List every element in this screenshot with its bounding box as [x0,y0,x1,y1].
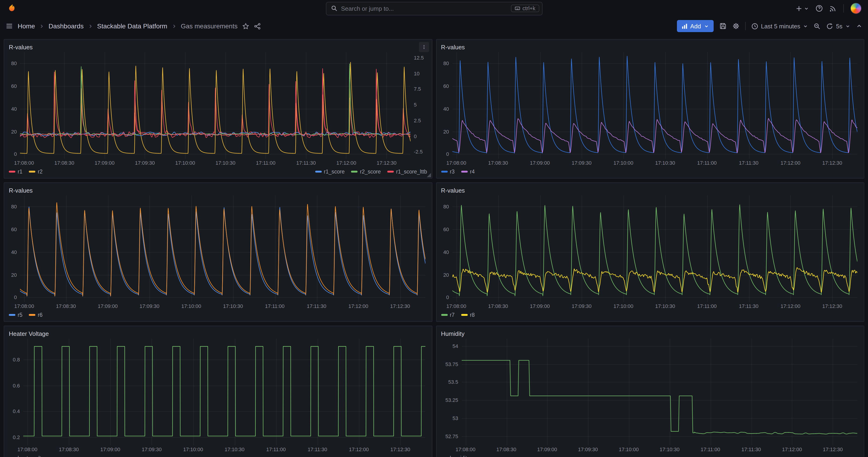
y-tick-label: 0 [446,151,449,157]
breadcrumb-dashboard-title[interactable]: Gas measurements [181,22,238,30]
x-tick-label: 17:08:00 [18,447,37,452]
chevron-right-icon [172,24,177,29]
panel-menu-button[interactable] [418,42,429,52]
add-button[interactable]: Add [677,20,713,32]
chevron-down-icon [704,24,709,29]
x-tick-label: 17:11:30 [296,160,316,165]
panel-humidity-5: Humidity 52.755353.2553.553.7554 17:08:0… [436,326,864,457]
legend-item-r1_score_lttb[interactable]: r1_score_lttb [387,169,427,175]
chart-canvas[interactable] [20,195,425,302]
search-input[interactable]: Search or jump to... ctrl+k [326,2,542,15]
legend-item-r3[interactable]: r3 [441,169,455,175]
x-tick-label: 17:12:00 [336,160,356,165]
save-dashboard-icon[interactable] [719,22,726,30]
chart-canvas[interactable] [20,52,410,159]
legend-color-marker [351,171,358,173]
legend-color-marker [441,171,447,173]
x-tick-label: 17:10:00 [619,447,639,452]
x-tick-label: 17:08:30 [56,303,76,309]
legend-item-humidity[interactable]: humidity [441,455,470,457]
x-tick-label: 17:11:30 [739,303,758,309]
legend-item-r4[interactable]: r4 [461,169,474,175]
help-icon[interactable] [815,5,823,12]
y-tick-label: -2.5 [414,149,423,154]
chart-area[interactable] [461,339,857,445]
panel-resize-handle[interactable] [427,173,431,177]
favorite-star-icon[interactable] [242,23,249,30]
plot-area: 020406080 [8,195,428,302]
y-tick-label: 60 [11,226,17,232]
y-tick-label: 40 [11,106,17,112]
menu-toggle-icon[interactable] [6,22,13,30]
grafana-logo-icon[interactable] [6,3,17,13]
legend-item-r1[interactable]: r1 [9,169,22,175]
chart-canvas[interactable] [452,52,857,159]
user-avatar[interactable] [850,3,862,14]
y-tick-label: 0 [446,295,449,300]
legend-label: r2_score [360,169,381,175]
legend-item-r8[interactable]: r8 [461,312,474,318]
y-tick-label: 53.75 [445,361,458,367]
breadcrumb-folder[interactable]: Stackable Data Platform [97,22,167,30]
new-menu-button[interactable] [796,5,809,12]
legend-group-left: r1r2 [9,169,42,175]
collapse-controls-chevron-up-icon[interactable] [856,23,862,29]
legend-item-r2[interactable]: r2 [29,169,42,175]
x-tick-label: 17:12:30 [822,160,842,165]
panel-r-values-0: R-values 020406080 -2.502.557.51012.5 17… [4,39,432,179]
chart-canvas[interactable] [23,339,425,445]
zoom-out-icon[interactable] [814,23,821,30]
x-tick-label: 17:08:00 [456,447,475,452]
breadcrumb-home[interactable]: Home [18,22,35,30]
x-tick-label: 17:11:00 [265,303,284,309]
chart-canvas[interactable] [452,195,857,302]
panel-title[interactable]: Humidity [441,330,464,337]
chart-area[interactable] [452,195,857,302]
legend-item-r5[interactable]: r5 [9,312,22,318]
chart-area[interactable] [23,339,425,445]
panel-title[interactable]: R-values [9,187,33,194]
top-nav: Search or jump to... ctrl+k [0,0,868,17]
chevron-down-icon [803,24,808,29]
panel-legend: r5r6 [8,310,428,319]
x-tick-label: 17:10:30 [224,447,245,452]
x-axis: 17:08:0017:08:3017:09:0017:09:3017:10:00… [452,302,857,310]
x-tick-label: 17:12:00 [781,303,801,309]
news-rss-icon[interactable] [829,5,837,12]
dashboard-settings-gear-icon[interactable] [732,22,739,30]
legend-item-r1_score[interactable]: r1_score [315,169,345,175]
legend-item-heatervoltage[interactable]: heatervoltage [9,455,50,457]
y-tick-label: 60 [443,226,449,232]
panel-title[interactable]: Heater Voltage [9,330,49,337]
refresh-picker[interactable]: 5s [827,23,850,30]
legend-label: r1 [18,169,22,175]
y-tick-label: 80 [11,204,17,210]
chart-area[interactable] [20,52,410,159]
legend-item-r6[interactable]: r6 [29,312,42,318]
legend-item-r7[interactable]: r7 [441,312,455,318]
legend-color-marker [461,171,467,173]
breadcrumb-dashboards[interactable]: Dashboards [49,22,84,30]
panel-title[interactable]: R-values [9,44,33,51]
y-tick-label: 80 [11,61,17,66]
x-tick-label: 17:09:30 [571,160,592,165]
panel-title[interactable]: R-values [441,44,465,51]
chart-area[interactable] [452,52,857,159]
y-axis-left: 020406080 [440,195,452,302]
time-range-picker[interactable]: Last 5 minutes [751,23,808,30]
legend-label: r3 [450,169,455,175]
y-tick-label: 80 [443,204,449,210]
chart-area[interactable] [20,195,425,302]
panel-title[interactable]: R-values [441,187,465,194]
x-tick-label: 17:09:30 [135,160,155,165]
chart-canvas[interactable] [461,339,857,445]
x-tick-label: 17:09:00 [530,303,550,309]
legend-color-marker [9,314,16,316]
legend-item-r2_score[interactable]: r2_score [351,169,381,175]
x-tick-label: 17:10:30 [660,447,680,452]
x-tick-label: 17:12:00 [782,447,802,452]
refresh-icon [827,23,833,30]
share-icon[interactable] [254,23,261,30]
x-tick-label: 17:10:30 [655,303,675,309]
chevron-right-icon [39,24,44,29]
